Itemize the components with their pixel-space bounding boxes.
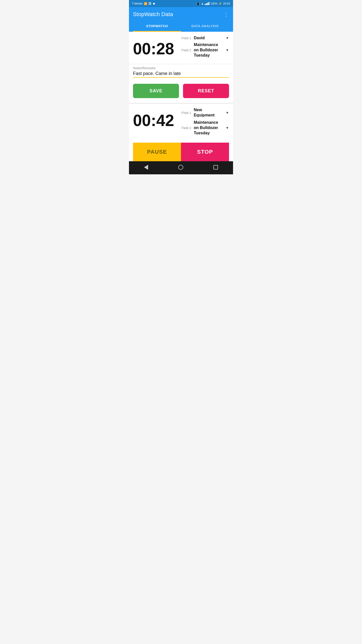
sw2-field2-label: Field 2 <box>178 126 191 130</box>
sw1-field2-chevron: ▼ <box>225 48 229 52</box>
sw1-field2-label: Field 2 <box>178 48 191 52</box>
sw1-top-row: 00:28 Field 1 David ▼ Field 2 Maintenanc… <box>133 36 229 60</box>
sw2-buttons-row: PAUSE STOP <box>133 143 229 161</box>
sw1-field1-dropdown[interactable]: David ▼ <box>194 36 229 40</box>
tab-bar: STOPWATCH DATA ANALYSIS <box>133 21 229 32</box>
sw1-field2-dropdown[interactable]: Maintenanceon BulldozerTuesday ▼ <box>194 42 229 58</box>
sw1-buttons-row: SAVE RESET <box>129 79 233 103</box>
android-nav-bar <box>129 161 233 174</box>
sw2-top-row: 00:42 Field 1 NewEquipment ▼ Field 2 Mai… <box>133 107 229 138</box>
sw1-field2-row: Field 2 Maintenanceon BulldozerTuesday ▼ <box>178 42 229 58</box>
sw2-fields: Field 1 NewEquipment ▼ Field 2 Maintenan… <box>178 107 229 138</box>
tab-stopwatch[interactable]: STOPWATCH <box>133 21 181 32</box>
app-title: StopWatch Data <box>133 11 173 18</box>
sw2-field1-chevron: ▼ <box>225 111 229 115</box>
sw1-time-display: 00:28 <box>133 41 174 57</box>
sw2-field1-value: NewEquipment <box>194 107 224 118</box>
notes-label: Notes/Remarks <box>133 66 229 70</box>
sw1-fields: Field 1 David ▼ Field 2 Maintenanceon Bu… <box>178 36 229 60</box>
sw2-time-display: 00:42 <box>133 112 174 129</box>
record-icon: ⏺ <box>153 2 155 5</box>
vibrate-icon: 📳 <box>196 2 200 5</box>
sw1-field2-value: Maintenanceon BulldozerTuesday <box>194 42 224 58</box>
home-button[interactable] <box>178 165 183 171</box>
notes-input[interactable] <box>133 71 229 78</box>
sw2-field2-chevron: ▼ <box>225 126 229 130</box>
status-right: 📳 ▲ 100% ⚡ 20:50 <box>196 2 230 5</box>
app-bar-title-row: StopWatch Data ⋮ <box>133 11 229 21</box>
main-content: 00:28 Field 1 David ▼ Field 2 Maintenanc… <box>129 32 233 161</box>
save-button[interactable]: SAVE <box>133 84 179 98</box>
pause-button[interactable]: PAUSE <box>133 143 181 161</box>
carrier-text: T-Mobile <box>132 2 143 5</box>
stopwatch-1-section: 00:28 Field 1 David ▼ Field 2 Maintenanc… <box>129 32 233 64</box>
sw2-field1-label: Field 1 <box>178 111 191 115</box>
photo-icon: 🖼 <box>149 2 151 5</box>
app-bar: StopWatch Data ⋮ STOPWATCH DATA ANALYSIS <box>129 7 233 32</box>
sw2-field2-value: Maintenanceon BulldozerTuesday <box>194 120 224 136</box>
tab-data-analysis[interactable]: DATA ANALYSIS <box>181 21 229 32</box>
back-button[interactable] <box>144 165 148 171</box>
sw2-field2-row: Field 2 Maintenanceon BulldozerTuesday ▼ <box>178 120 229 136</box>
recent-apps-button[interactable] <box>213 165 218 171</box>
more-options-icon[interactable]: ⋮ <box>224 11 229 17</box>
notes-section: Notes/Remarks <box>129 64 233 79</box>
back-icon <box>144 165 148 170</box>
wifi-signal-icon: ▲ <box>201 2 204 5</box>
sw1-field1-label: Field 1 <box>178 36 191 40</box>
stop-button[interactable]: STOP <box>181 143 229 161</box>
reset-button[interactable]: RESET <box>183 84 229 98</box>
home-icon <box>178 165 183 170</box>
sw1-field1-value: David <box>194 36 224 40</box>
sw2-field2-dropdown[interactable]: Maintenanceon BulldozerTuesday ▼ <box>194 120 229 136</box>
battery-charging-icon: ⚡ <box>218 2 222 5</box>
battery-percent: 100% <box>210 2 217 5</box>
status-bar: T-Mobile 📶 🖼 ⏺ 📳 ▲ 100% ⚡ 20:50 <box>129 0 233 7</box>
wifi-icon: 📶 <box>144 2 147 5</box>
status-left: T-Mobile 📶 🖼 ⏺ <box>132 2 155 5</box>
time-display: 20:50 <box>223 2 230 5</box>
recent-apps-icon <box>213 165 218 170</box>
stopwatch-2-section: 00:42 Field 1 NewEquipment ▼ Field 2 Mai… <box>129 103 233 161</box>
sw1-field1-chevron: ▼ <box>225 36 229 40</box>
sw2-field1-row: Field 1 NewEquipment ▼ <box>178 107 229 118</box>
sw2-field1-dropdown[interactable]: NewEquipment ▼ <box>194 107 229 118</box>
signal-bars <box>205 2 209 5</box>
sw1-field1-row: Field 1 David ▼ <box>178 36 229 40</box>
